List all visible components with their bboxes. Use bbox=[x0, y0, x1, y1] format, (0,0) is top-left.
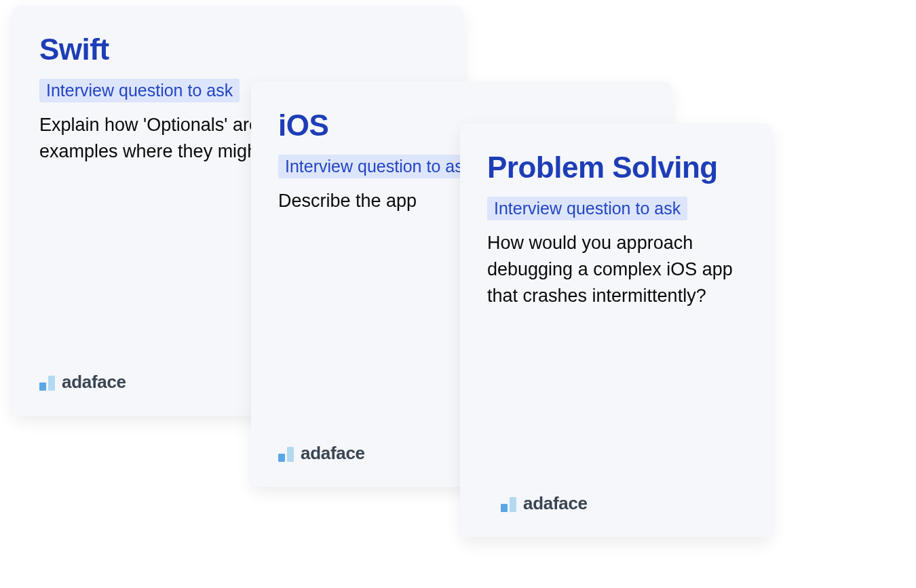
brand-name: adaface bbox=[523, 493, 588, 514]
card-body: How would you approach debugging a compl… bbox=[487, 230, 745, 309]
adaface-bars-icon bbox=[39, 376, 55, 391]
brand-logo: adaface bbox=[501, 493, 588, 514]
brand-logo: adaface bbox=[278, 443, 365, 464]
brand-logo: adaface bbox=[39, 372, 126, 393]
card-title: Swift bbox=[39, 33, 436, 66]
adaface-bars-icon bbox=[278, 447, 294, 462]
card-subtitle: Interview question to ask bbox=[487, 197, 687, 220]
card-subtitle: Interview question to ask bbox=[39, 79, 240, 102]
brand-name: adaface bbox=[301, 443, 365, 464]
interview-card-problem-solving: Problem Solving Interview question to as… bbox=[460, 123, 772, 537]
card-subtitle: Interview question to ask bbox=[278, 155, 478, 178]
adaface-bars-icon bbox=[501, 497, 516, 512]
card-title: Problem Solving bbox=[487, 151, 745, 184]
brand-name: adaface bbox=[62, 372, 126, 393]
